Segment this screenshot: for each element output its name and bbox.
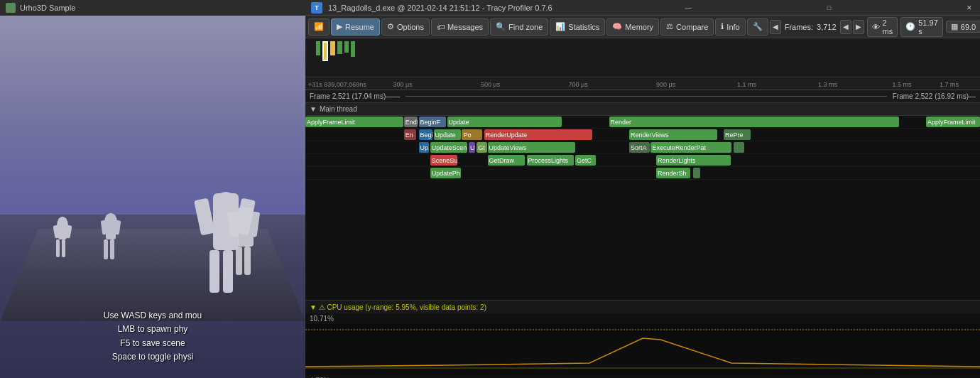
resume-label: Resume [345, 23, 374, 31]
block-extra-2[interactable] [693, 168, 700, 178]
frame-markers[interactable] [305, 38, 980, 77]
profiler-icon: T [311, 2, 322, 14]
cpu-canvas [305, 324, 980, 375]
eye-icon: 👁 [872, 23, 880, 31]
wrench-icon: 🔧 [753, 22, 763, 31]
frame-left-info: Frame 2,521 (17.04 ms)—— [310, 92, 400, 100]
memory-label: Memory [625, 23, 653, 31]
wrench-button[interactable]: 🔧 [747, 18, 768, 36]
block-po[interactable]: Po [462, 129, 482, 140]
ruler-tick-3: 700 μs [569, 81, 588, 88]
game-title-icon [6, 3, 16, 13]
game-panel: Urho3D Sample [0, 0, 305, 378]
block-update-1[interactable]: Update [447, 117, 562, 127]
compare-button[interactable]: ⚖ Compare [660, 18, 714, 36]
block-update-scene[interactable]: UpdateScen [430, 142, 467, 153]
block-scene-sub[interactable]: SceneSub [430, 155, 457, 166]
ruler-tick-2: 500 μs [481, 81, 500, 88]
block-render-sh[interactable]: RenderSh [656, 168, 690, 178]
hint-line-4: Space to toggle physi [0, 350, 305, 364]
block-up[interactable]: Up. [419, 142, 429, 153]
cpu-chart: ▼ ⚠ CPU usage (y-range: 5.95%, visible d… [305, 300, 980, 378]
block-render-views[interactable]: RenderViews [629, 129, 717, 140]
play-icon: ▶ [337, 22, 342, 31]
frames-label: Frames: [785, 23, 813, 31]
block-en[interactable]: En [404, 129, 416, 140]
messages-button[interactable]: 🏷 Messages [431, 18, 489, 36]
frame-right-info: Frame 2,522 (16.92 ms)— [893, 92, 976, 100]
zoom-badge: ▦ 69.0 [946, 21, 980, 33]
hint-line-3: F5 to save scene [0, 337, 305, 350]
svg-rect-3 [62, 239, 65, 257]
ruler-tick-6: 1.3 ms [818, 81, 837, 88]
cpu-header-text: ▼ ⚠ CPU usage (y-range: 5.95%, visible d… [310, 303, 486, 311]
options-button[interactable]: ⚙ Options [381, 18, 430, 36]
game-viewport: Use WASD keys and mou LMB to spawn phy F… [0, 16, 305, 378]
block-getc[interactable]: GetC [575, 155, 596, 166]
svg-rect-8 [104, 239, 108, 259]
wifi-button[interactable]: 📶 [308, 18, 330, 36]
block-process-lights[interactable]: ProcessLights [527, 155, 575, 166]
maximize-button[interactable]: □ [824, 3, 834, 12]
block-update-2[interactable]: Update [434, 129, 461, 140]
block-apply-frame-limit-1[interactable]: ApplyFrameLimit [305, 117, 403, 127]
tag-icon: 🏷 [437, 23, 445, 31]
prev-frame-button[interactable]: ◀ [770, 20, 781, 34]
ruler-tick-7: 1.5 ms [893, 81, 912, 88]
time-ruler: +31s 839,007,069ns 300 μs 500 μs 700 μs … [305, 77, 980, 90]
scale-icon: ⚖ [666, 22, 673, 31]
figures-svg [0, 16, 305, 342]
wifi-icon: 📶 [314, 22, 324, 31]
block-gt[interactable]: Gt [477, 142, 486, 153]
find-zone-label: Find zone [508, 23, 543, 31]
svg-rect-16 [194, 198, 215, 235]
block-endf[interactable]: EndF [404, 117, 418, 127]
time-value: 2 ms [883, 18, 893, 36]
clock-icon: 🕐 [905, 22, 915, 31]
block-sorta[interactable]: SortA [629, 142, 650, 153]
cpu-graph-svg [305, 324, 980, 375]
thread-header[interactable]: ▼ Main thread [305, 103, 980, 116]
thread-label: Main thread [320, 105, 357, 113]
profiler-panel: T 13_Ragdolls_d.exe @ 2021-02-14 21:51:1… [305, 0, 980, 378]
resume-button[interactable]: ▶ Resume [331, 18, 380, 36]
memory-icon: 🧠 [612, 22, 622, 31]
svg-rect-20 [236, 247, 242, 275]
game-title-text: Urho3D Sample [20, 4, 75, 12]
hint-line-1: Use WASD keys and mou [0, 309, 305, 323]
find-zone-button[interactable]: 🔍 Find zone [490, 18, 548, 36]
ruler-tick-8: 1.7 ms [940, 81, 959, 88]
close-button[interactable]: ✕ [965, 3, 974, 12]
block-execute-render-pat[interactable]: ExecuteRenderPat [650, 142, 731, 153]
block-get-draw[interactable]: GetDraw [488, 155, 525, 166]
track-row-1: ApplyFrameLimit EndF BeginF Update Rende… [305, 116, 980, 129]
statistics-button[interactable]: 📊 Statistics [550, 18, 605, 36]
tracks-container[interactable]: ApplyFrameLimit EndF BeginF Update Rende… [305, 116, 980, 300]
block-update-ph[interactable]: UpdatePh [430, 168, 461, 178]
next-frame-right-button[interactable]: ▶ [853, 20, 864, 34]
svg-rect-21 [244, 247, 251, 275]
track-row-3: Up. UpdateScen U Gt UpdateViews SortA Ex… [305, 141, 980, 154]
block-beginl[interactable]: Beginl [419, 129, 432, 140]
memory-button[interactable]: 🧠 Memory [606, 18, 659, 36]
block-repre[interactable]: RePre [724, 129, 751, 140]
timeline-area: +31s 839,007,069ns 300 μs 500 μs 700 μs … [305, 38, 980, 378]
next-frame-left-button[interactable]: ◀ [840, 20, 851, 34]
block-apply-frame-limit-2[interactable]: ApplyFrameLimit [926, 117, 980, 127]
chart-icon: 📊 [555, 22, 565, 31]
time-badge: 👁 2 ms [867, 17, 898, 37]
block-extra-1[interactable] [734, 142, 744, 153]
ruler-tick-5: 1.1 ms [737, 81, 756, 88]
info-button[interactable]: ℹ Info [715, 18, 745, 36]
zoom-value: 69.0 [961, 23, 976, 31]
block-render-lights[interactable]: RenderLights [656, 155, 731, 166]
block-render-update[interactable]: RenderUpdate [484, 129, 592, 140]
block-render-1[interactable]: Render [609, 117, 900, 127]
block-update-views[interactable]: UpdateViews [488, 142, 576, 153]
frames-count: 3,712 [817, 23, 837, 31]
cpu-top-value: 10.71% [305, 313, 980, 324]
block-u[interactable]: U [469, 142, 476, 153]
block-beginf[interactable]: BeginF [419, 117, 446, 127]
gear-icon: ⚙ [387, 22, 394, 31]
minimize-button[interactable]: — [684, 3, 693, 12]
